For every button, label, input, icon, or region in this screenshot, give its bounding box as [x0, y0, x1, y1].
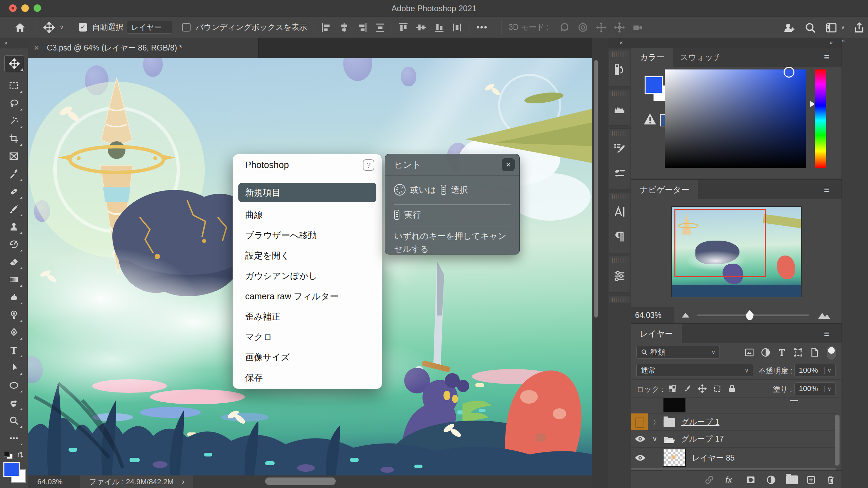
tool-frame[interactable] — [4, 148, 23, 164]
tab-color[interactable]: カラー — [631, 48, 673, 67]
layer-row-partial-top[interactable] — [631, 398, 836, 414]
share-for-review-icon[interactable] — [783, 22, 794, 33]
layer-name[interactable]: グループ 17 — [681, 434, 724, 444]
toolbar-expand-chevron[interactable]: » — [0, 38, 28, 48]
align-horizontal-centers-icon[interactable] — [338, 22, 350, 33]
layers-scrollbar[interactable] — [835, 415, 840, 466]
visibility-eye-icon[interactable] — [634, 454, 646, 463]
filter-adjustment-icon[interactable] — [761, 347, 771, 359]
tool-clone-stamp[interactable] — [4, 219, 23, 235]
dialog-item[interactable]: 画像サイズ — [233, 347, 382, 367]
blend-mode-dropdown[interactable]: 通常 ∨ — [636, 364, 753, 377]
search-icon[interactable] — [804, 22, 816, 33]
dialog-item[interactable]: 歪み補正 — [233, 306, 382, 327]
tab-swatches[interactable]: スウォッチ — [671, 48, 730, 67]
tool-rotate-view[interactable] — [4, 395, 23, 411]
align-right-edges-icon[interactable] — [356, 22, 368, 33]
workspace-switcher-icon[interactable] — [825, 22, 837, 33]
distribute-horizontal-centers-icon[interactable] — [451, 22, 463, 33]
align-left-edges-icon[interactable] — [320, 22, 332, 33]
filter-image-icon[interactable] — [744, 347, 754, 359]
move-tool-options-icon[interactable] — [43, 22, 55, 33]
canvas-horizontal-scrollbar[interactable] — [265, 477, 336, 485]
tool-history-brush[interactable] — [4, 236, 23, 252]
distribute-vertical-centers-icon[interactable] — [374, 22, 386, 33]
lock-position-icon[interactable] — [697, 384, 707, 395]
group-expand-chevron[interactable]: ∨ — [652, 434, 657, 443]
group-collapse-chevron[interactable]: 〉 — [653, 418, 660, 428]
layer-thumbnail[interactable] — [664, 449, 685, 466]
home-icon[interactable] — [14, 22, 26, 33]
panel-grip[interactable]: |||||||| — [609, 91, 630, 96]
panel-grip[interactable]: |||||||| — [609, 194, 630, 199]
brush-settings-panel-icon[interactable] — [609, 136, 630, 161]
libraries-collapse-chevron[interactable]: « — [842, 38, 868, 488]
layer-row-layer85[interactable]: レイヤー 85 — [631, 447, 836, 469]
tool-move[interactable] — [4, 55, 24, 72]
dialog-item[interactable]: マクロ — [233, 327, 382, 347]
visibility-eye-icon[interactable] — [634, 435, 646, 444]
hue-slider[interactable] — [815, 69, 826, 168]
panel-menu-icon[interactable]: ≡ — [824, 324, 834, 343]
filter-type-icon[interactable] — [777, 347, 787, 359]
close-icon[interactable]: × — [502, 158, 515, 171]
new-adjustment-layer-icon[interactable] — [766, 475, 776, 486]
panel-grip[interactable]: |||||||| — [609, 258, 630, 263]
align-bottom-edges-icon[interactable] — [433, 22, 445, 33]
auto-select-checkbox[interactable]: ✓ — [79, 23, 87, 32]
tool-smudge[interactable] — [4, 289, 23, 305]
history-panel-icon[interactable] — [609, 57, 630, 82]
panel-grip[interactable]: |||||||| — [609, 297, 630, 302]
navigator-zoom-value[interactable]: 64.03% — [631, 307, 674, 323]
fill-field[interactable]: 100% ∨ — [794, 382, 836, 395]
align-top-edges-icon[interactable] — [397, 22, 409, 33]
zoom-out-icon[interactable] — [682, 313, 689, 318]
navigator-zoom-slider-thumb[interactable] — [746, 310, 754, 320]
tool-crop[interactable] — [4, 130, 23, 147]
tool-rectangular-marquee[interactable] — [4, 78, 23, 94]
bounding-box-checkbox[interactable] — [182, 23, 191, 32]
lock-all-icon[interactable] — [727, 384, 737, 395]
panel-grip[interactable]: |||||||| — [609, 130, 630, 136]
tool-brush[interactable] — [4, 201, 23, 217]
layer-filter-dropdown[interactable]: 種類 ∨ — [636, 346, 720, 359]
hue-slider-pointer[interactable] — [810, 101, 815, 107]
filter-toggle-switch[interactable] — [827, 346, 836, 360]
layer-row-group17[interactable]: ∨ グループ 17 — [631, 430, 836, 448]
edit-toolbar-button[interactable] — [4, 430, 23, 446]
navigator-view-box[interactable] — [674, 209, 766, 277]
character-panel-icon[interactable] — [609, 199, 630, 224]
tool-lasso[interactable] — [4, 95, 23, 111]
dialog-item-selected[interactable]: 新規項目 — [238, 183, 376, 202]
add-layer-mask-icon[interactable] — [746, 475, 756, 486]
dialog-item[interactable]: ガウシアンぼかし — [233, 266, 382, 286]
layer-name[interactable]: グループ 1 — [681, 417, 719, 427]
tool-path-selection[interactable] — [4, 360, 23, 376]
share-icon[interactable] — [853, 22, 865, 33]
tool-magic-wand[interactable] — [4, 113, 23, 129]
tool-type[interactable] — [4, 342, 23, 358]
move-options-chevron-icon[interactable]: ∨ — [60, 17, 64, 38]
panel-menu-icon[interactable]: ≡ — [824, 48, 834, 67]
strip-collapse-chevron[interactable]: « — [608, 38, 631, 48]
foreground-color-swatch[interactable] — [645, 76, 663, 94]
brushes-panel-icon[interactable] — [609, 161, 630, 186]
dialog-item[interactable]: 設定を開く — [233, 245, 382, 266]
tab-navigator[interactable]: ナビゲーター — [631, 180, 698, 199]
tool-pen[interactable] — [4, 324, 23, 341]
navigator-thumbnail[interactable] — [672, 207, 801, 297]
foreground-color-swatch[interactable] — [3, 462, 20, 477]
more-align-options-button[interactable]: ••• — [476, 17, 488, 38]
new-layer-icon[interactable] — [806, 475, 816, 486]
help-button[interactable]: ? — [363, 159, 374, 171]
filter-shape-icon[interactable] — [793, 347, 803, 359]
tool-gradient[interactable] — [4, 271, 23, 288]
tool-zoom[interactable] — [4, 412, 23, 429]
close-tab-icon[interactable]: × — [34, 38, 39, 58]
delete-layer-icon[interactable] — [826, 475, 836, 486]
tool-eyedropper[interactable] — [4, 166, 23, 182]
link-layers-icon[interactable] — [704, 475, 714, 486]
tool-ellipse-shape[interactable] — [4, 377, 23, 393]
properties-panel-icon[interactable] — [609, 263, 630, 288]
align-vertical-centers-icon[interactable] — [415, 22, 427, 33]
